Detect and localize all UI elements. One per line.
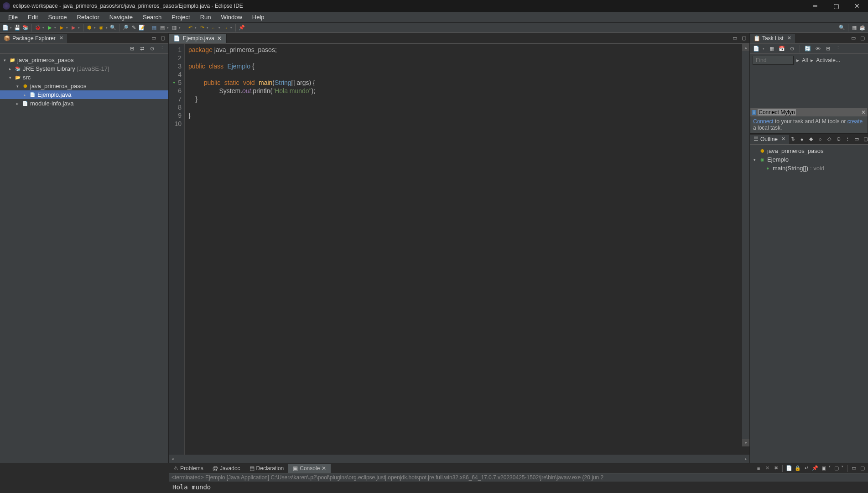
search-tb-icon[interactable]: 🔎 xyxy=(122,24,129,31)
maximize-view-icon[interactable]: ▢ xyxy=(859,35,866,42)
view-menu-icon[interactable]: ⋮ xyxy=(158,45,166,52)
tab-declaration[interactable]: ▤Declaration xyxy=(245,464,289,473)
minimize-view-icon[interactable]: ▭ xyxy=(850,465,858,472)
task-filter-all[interactable]: All xyxy=(802,57,808,63)
menu-window[interactable]: Window xyxy=(217,13,247,21)
hide-icon[interactable]: 👁 xyxy=(814,45,821,52)
menu-file[interactable]: File xyxy=(4,13,22,21)
maximize-view-icon[interactable]: ▢ xyxy=(740,35,748,42)
annotation-icon[interactable]: 📝 xyxy=(138,24,146,31)
view-menu-icon[interactable]: ⋮ xyxy=(834,45,842,52)
close-icon[interactable]: ✕ xyxy=(787,35,791,41)
menu-source[interactable]: Source xyxy=(43,13,71,21)
terminate-icon[interactable]: ■ xyxy=(755,465,762,472)
remove-all-icon[interactable]: ✖ xyxy=(772,465,780,472)
pin-console-icon[interactable]: 📌 xyxy=(811,465,819,472)
menu-project[interactable]: Project xyxy=(167,13,194,21)
chevron-down-icon[interactable]: ▾ xyxy=(752,157,757,162)
scheduled-icon[interactable]: 📅 xyxy=(778,45,785,52)
tree-src[interactable]: ▾ 📂 src xyxy=(0,73,168,82)
focus-icon[interactable]: ⊙ xyxy=(835,136,842,143)
task-activate[interactable]: Activate... xyxy=(816,57,840,63)
task-find-input[interactable] xyxy=(753,56,794,65)
scroll-down-icon[interactable]: ▾ xyxy=(742,439,749,446)
hide-static-icon[interactable]: ◆ xyxy=(807,136,815,143)
scroll-up-icon[interactable]: ▴ xyxy=(742,44,749,51)
minimize-view-icon[interactable]: ▭ xyxy=(850,35,857,42)
focus-icon[interactable]: ⊙ xyxy=(788,45,795,52)
scroll-right-icon[interactable]: ▸ xyxy=(742,456,749,461)
tree-jre[interactable]: ▸ 📚 JRE System Library [JavaSE-17] xyxy=(0,64,168,73)
minimize-view-icon[interactable]: ▭ xyxy=(150,35,157,42)
close-icon[interactable]: ✕ xyxy=(861,109,866,115)
minimize-view-icon[interactable]: ▭ xyxy=(853,136,860,143)
focus-task-icon[interactable]: ⊙ xyxy=(148,45,156,52)
new-package-icon[interactable]: ⬢ xyxy=(86,24,93,31)
toggle-mark-icon[interactable]: ▤ xyxy=(159,24,166,31)
open-type-icon[interactable]: 🔍 xyxy=(109,24,117,31)
console-output[interactable]: Hola mundo xyxy=(169,482,868,493)
categorized-icon[interactable]: ▦ xyxy=(768,45,775,52)
coverage-icon[interactable]: ▶ xyxy=(58,24,65,31)
collapse-icon[interactable]: ⊟ xyxy=(824,45,832,52)
outline-method[interactable]: ● main(String[]) : void xyxy=(750,164,868,173)
menu-edit[interactable]: Edit xyxy=(23,13,42,21)
outline-package[interactable]: ⬢ java_primeros_pasos xyxy=(750,147,868,155)
link-editor-icon[interactable]: ⇄ xyxy=(138,45,146,52)
tab-problems[interactable]: ⚠Problems xyxy=(169,464,208,473)
code-content[interactable]: package java_primeros_pasos; public clas… xyxy=(185,44,749,455)
new-task-icon[interactable]: 📄 xyxy=(753,45,760,52)
sort-icon[interactable]: ⇅ xyxy=(789,136,796,143)
horizontal-scrollbar[interactable]: ◂ ▸ xyxy=(169,455,749,463)
tree-file-module[interactable]: ▸ 📄 module-info.java xyxy=(0,99,168,108)
run-icon[interactable]: ▶ xyxy=(46,24,53,31)
open-console-icon[interactable]: ▢ xyxy=(833,465,840,472)
quick-access-icon[interactable]: 🔍 xyxy=(838,24,846,31)
word-wrap-icon[interactable]: ↵ xyxy=(803,465,810,472)
view-menu-icon[interactable]: ⋮ xyxy=(844,136,851,143)
menu-help[interactable]: Help xyxy=(248,13,269,21)
java-perspective-icon[interactable]: ☕ xyxy=(859,24,866,31)
chevron-down-icon[interactable]: ▾ xyxy=(2,58,7,63)
tree-file-ejemplo[interactable]: ▸ 📄 Ejemplo.java xyxy=(0,90,168,99)
close-icon[interactable]: ✕ xyxy=(322,465,326,472)
outline-class[interactable]: ▾ ◉ Ejemplo xyxy=(750,155,868,164)
prev-annotation-icon[interactable]: ↷ xyxy=(198,24,206,31)
scroll-left-icon[interactable]: ◂ xyxy=(169,456,176,461)
mylyn-create-link[interactable]: create xyxy=(847,118,863,125)
new-class-icon[interactable]: ◉ xyxy=(98,24,105,31)
minimize-view-icon[interactable]: ▭ xyxy=(731,35,738,42)
close-button[interactable]: ✕ xyxy=(851,1,863,10)
scroll-lock-icon[interactable]: 🔒 xyxy=(794,465,801,472)
forward-icon[interactable]: → xyxy=(222,24,229,31)
chevron-right-icon[interactable]: ▸ xyxy=(7,67,13,71)
collapse-all-icon[interactable]: ⊟ xyxy=(128,45,135,52)
ext-tools-icon[interactable]: ▶ xyxy=(70,24,77,31)
tab-console[interactable]: ▣Console✕ xyxy=(288,464,331,473)
editor-tab-ejemplo[interactable]: 📄 Ejemplo.java ✕ xyxy=(169,34,227,43)
menu-navigate[interactable]: Navigate xyxy=(105,13,137,21)
mylyn-connect-link[interactable]: Connect xyxy=(753,118,774,125)
new-dropdown[interactable]: ▾ xyxy=(10,26,13,30)
display-console-icon[interactable]: ▣ xyxy=(820,465,827,472)
outline-tab[interactable]: ☰ Outline ✕ xyxy=(750,135,789,144)
menu-refactor[interactable]: Refactor xyxy=(73,13,104,21)
hide-nonpublic-icon[interactable]: ○ xyxy=(816,136,824,143)
new-icon[interactable]: 📄 xyxy=(2,24,9,31)
maximize-view-icon[interactable]: ▢ xyxy=(862,136,868,143)
chevron-down-icon[interactable]: ▾ xyxy=(15,84,20,89)
wand-icon[interactable]: ✎ xyxy=(130,24,137,31)
hide-fields-icon[interactable]: ● xyxy=(798,136,806,143)
package-explorer-tab[interactable]: 📦 Package Explorer ✕ xyxy=(0,34,67,43)
close-icon[interactable]: ✕ xyxy=(217,35,222,42)
hide-local-icon[interactable]: ◇ xyxy=(826,136,833,143)
close-icon[interactable]: ✕ xyxy=(781,136,785,142)
task-list-tab[interactable]: 📋 Task List ✕ xyxy=(750,34,795,43)
debug-icon[interactable]: 🐞 xyxy=(34,24,42,31)
tree-project[interactable]: ▾ 📁 java_primeros_pasos xyxy=(0,56,168,64)
chevron-right-icon[interactable]: ▸ xyxy=(15,101,20,106)
maximize-view-icon[interactable]: ▢ xyxy=(859,465,866,472)
next-annotation-icon[interactable]: ↶ xyxy=(187,24,194,31)
save-all-icon[interactable]: 📚 xyxy=(22,24,29,31)
remove-launch-icon[interactable]: ✕ xyxy=(764,465,771,472)
